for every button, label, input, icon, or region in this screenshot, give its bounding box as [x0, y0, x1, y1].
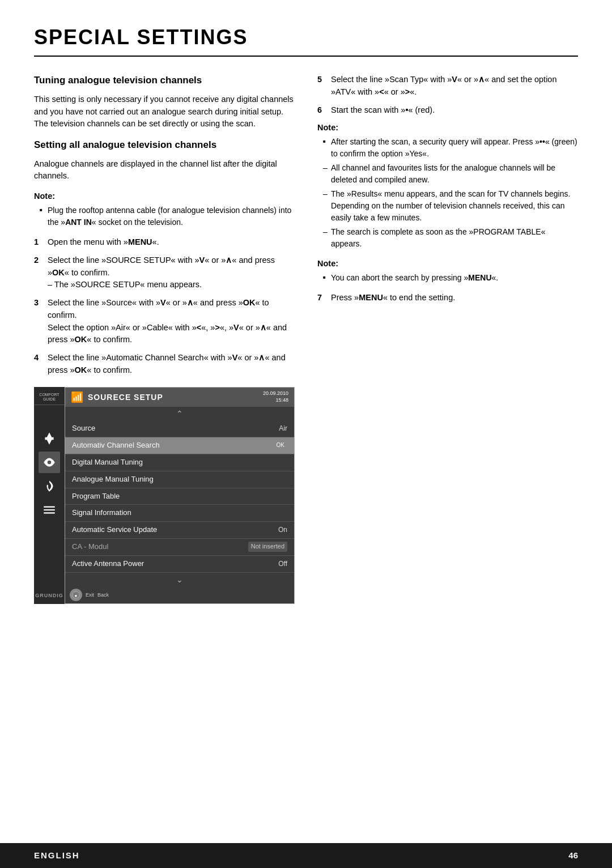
step-4: 4 Select the line »Automatic Channel Sea… — [34, 352, 295, 377]
step-1: 1 Open the menu with »MENU«. — [34, 236, 295, 249]
page-title: SPECIAL SETTINGS — [34, 23, 578, 57]
tv-ui-screenshot: COMFORT GUIDE GRUNDIG — [34, 387, 295, 604]
tv-menu-channel-search: Automativ Channel Search OK — [65, 437, 294, 454]
tv-menu-source: Source Air — [65, 420, 294, 437]
tv-header-title: SOURECE SETUP — [88, 392, 258, 403]
tv-scroll-down: ⌄ — [65, 573, 294, 586]
note-list-1: Plug the rooftop antenna cable (for anal… — [34, 205, 295, 228]
note-item-complete: The search is complete as soon as the »P… — [323, 226, 578, 250]
tv-sidebar-label: COMFORT GUIDE — [34, 390, 65, 405]
tv-header: 📶 SOURECE SETUP 20.09.2010 15:48 — [65, 388, 294, 407]
right-column: 5 Select the line »Scan Typ« with »V« or… — [317, 74, 578, 604]
intro-text: This setting is only necessary if you ca… — [34, 93, 295, 130]
tv-sidebar: COMFORT GUIDE GRUNDIG — [34, 387, 65, 604]
tv-icon-antenna — [39, 428, 60, 449]
note-item-delete: All channel and favourites lists for the… — [323, 162, 578, 186]
tv-footer-exit-btn[interactable]: ● — [70, 589, 82, 601]
note-label-3: Note: — [317, 258, 578, 270]
note-block-3: Note: You can abort the search by pressi… — [317, 258, 578, 284]
tv-header-datetime: 20.09.2010 15:48 — [263, 390, 288, 403]
tv-menu-antenna-power: Active Antenna Power Off — [65, 556, 294, 573]
bottom-bar-text: ENGLISH — [34, 849, 80, 862]
note-item-abort: You can abort the search by pressing »ME… — [323, 272, 578, 284]
note-list-2: After starting the scan, a security quer… — [317, 136, 578, 250]
left-column: Tuning analogue television channels This… — [34, 74, 295, 604]
tv-footer-exit-label: Exit — [86, 592, 94, 598]
heading-tuning: Tuning analogue television channels — [34, 74, 295, 88]
tv-main-panel: 📶 SOURECE SETUP 20.09.2010 15:48 ⌃ Sourc… — [65, 387, 295, 604]
main-content: Tuning analogue television channels This… — [34, 74, 578, 604]
step-5: 5 Select the line »Scan Typ« with »V« or… — [317, 74, 578, 99]
note-item-security: After starting the scan, a security quer… — [323, 136, 578, 160]
svg-point-0 — [48, 434, 50, 436]
note-label-1: Note: — [34, 190, 295, 202]
tv-menu-digital-tuning: Digital Manual Tuning — [65, 454, 294, 471]
tv-icon-eye — [39, 452, 60, 473]
sub-intro-text: Analogue channels are displayed in the c… — [34, 158, 295, 183]
tv-footer: ● Exit Back — [65, 586, 294, 603]
note-block-1: Note: Plug the rooftop antenna cable (fo… — [34, 190, 295, 228]
svg-point-1 — [48, 460, 52, 464]
tv-menu-program-table: Program Table — [65, 488, 294, 505]
bottom-bar: ENGLISH 46 — [0, 843, 612, 868]
step-6: 6 Start the scan with »•« (red). — [317, 104, 578, 117]
tv-icon-settings — [39, 499, 60, 521]
tv-footer-back-label: Back — [97, 592, 109, 598]
tv-menu-ca-modul: CA - Modul Not inserted — [65, 539, 294, 556]
page: SPECIAL SETTINGS Tuning analogue televis… — [0, 0, 612, 868]
tv-menu-auto-service: Automatic Service Update On — [65, 522, 294, 539]
note-block-2: Note: After starting the scan, a securit… — [317, 122, 578, 250]
svg-text:●: ● — [75, 593, 78, 598]
tv-header-icon: 📶 — [71, 390, 83, 405]
right-steps: 5 Select the line »Scan Typ« with »V« or… — [317, 74, 578, 116]
note-item-results: The »Results« menu appears, and the scan… — [323, 188, 578, 224]
note-list-3: You can abort the search by pressing »ME… — [317, 272, 578, 284]
heading-setting: Setting all analogue television channels — [34, 138, 295, 152]
tv-menu-signal-info: Signal Information — [65, 505, 294, 522]
note-label-2: Note: — [317, 122, 578, 134]
step-7: 7 Press »MENU« to end the setting. — [317, 292, 578, 304]
tv-icon-audio — [39, 475, 60, 497]
right-steps-2: 7 Press »MENU« to end the setting. — [317, 292, 578, 304]
note-item-antenna: Plug the rooftop antenna cable (for anal… — [40, 205, 295, 228]
tv-menu-analogue-tuning: Analogue Manual Tuning — [65, 471, 294, 488]
steps-list: 1 Open the menu with »MENU«. 2 Select th… — [34, 236, 295, 377]
step-2: 2 Select the line »SOURCE SETUP« with »V… — [34, 254, 295, 291]
step-3: 3 Select the line »Source« with »V« or »… — [34, 297, 295, 346]
bottom-bar-page: 46 — [568, 849, 578, 862]
tv-scroll-up: ⌃ — [65, 407, 294, 420]
tv-brand-label: GRUNDIG — [33, 591, 66, 601]
